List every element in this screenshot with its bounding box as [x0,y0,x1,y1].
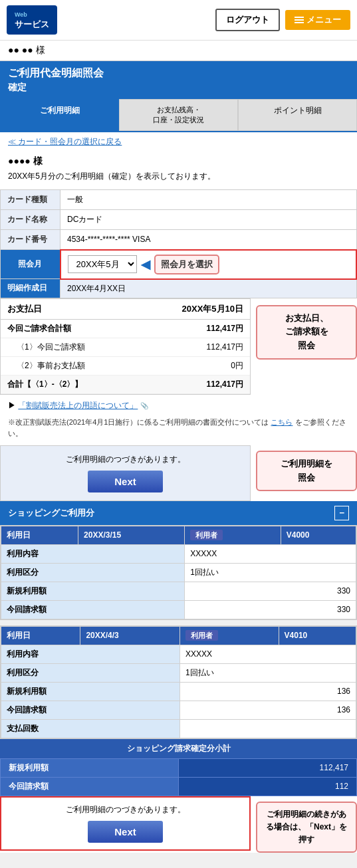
card-name-label: カード名称 [1,210,60,230]
tab-payment[interactable]: お支払残高・口座・設定状況 [119,99,238,131]
callout-month-select: 照会月を選択 [154,255,219,274]
next-button-top[interactable]: Next [88,471,163,492]
summary-bar: ショッピング請求確定分小計 [0,739,357,758]
logout-button[interactable]: ログアウト [215,9,280,31]
username-bar: ●● ●● 様 [0,41,357,61]
usage-table-0: 利用日 20XX/3/15 利用者 V4000 利用内容 XXXXX 利用区分 … [1,526,356,619]
page-title-line2: 確定 [8,82,349,94]
shopping-title: ショッピングご利用分 [8,507,94,519]
next-section-bottom: ご利用明細のつづきがあります。 Next [0,796,251,851]
next-section-wrapper-top: ご利用明細のつづきがあります。 Next ご利用明細を照会 [0,445,357,501]
summary-row-1: 今回請求額 112 [1,777,357,796]
summary-value-0: 112,417 [179,758,357,777]
next-section-top: ご利用明細のつづきがあります。 Next [0,445,251,501]
tab-meisai[interactable]: ご利用明細 [0,99,119,131]
table-row: 利用内容 XXXXX [1,645,356,663]
table-row: 今回請求額 330 [1,600,356,619]
card-type-value: 一般 [60,190,357,210]
usage-new-label-1: 新規利用額 [1,682,180,701]
user-badge-0: 利用者 [190,530,223,540]
usage-content-label-0: 利用内容 [1,544,185,563]
usage-block-1: 利用日 20XX/4/3 利用者 V4010 利用内容 XXXXX 利用区分 1… [0,625,357,739]
notice-section: ※改正割賦販売法(2021年4月1日施行）に係るご利用明細の書面交付については … [0,414,357,445]
callout-next-box: ご利用明細の続きがある場合は、「Next」を押す [256,802,357,853]
table-row: 新規利用額 330 [1,582,356,600]
usage-date-row-1: 利用日 20XX/4/3 利用者 V4010 [1,626,356,645]
creation-date-value: 20XX年4月XX日 [60,279,357,298]
divider [0,620,357,625]
info-section: ●●●● 様 20XX年5月分のご利用明細（確定）を表示しております。 [0,152,357,189]
card-number-label: カード番号 [1,230,60,250]
summary-value-1: 112 [179,777,357,796]
tab-points[interactable]: ポイント明細 [238,99,357,131]
next-top-label: ご利用明細のつづきがあります。 [9,454,242,465]
table-row: カード種類 一般 [1,190,357,210]
inquiry-month-row: 照会月 20XX年5月 ◀ 照会月を選択 [1,250,357,279]
usage-date-row-0: 利用日 20XX/3/15 利用者 V4000 [1,526,356,544]
menu-button[interactable]: メニュー [285,10,350,30]
payment-section-wrapper: お支払日 20XX年5月10日 今回ご請求合計額 112,417円 〈1〉今回ご… [0,298,357,395]
callout-meisai-wrapper: ご利用明細を照会 [251,445,357,492]
shopping-header: ショッピングご利用分 － [0,501,357,525]
usage-new-label-0: 新規利用額 [1,582,185,600]
back-link[interactable]: カード・照会月の選択に戻る [0,132,357,152]
card-info-table: カード種類 一般 カード名称 DCカード カード番号 4534-****-***… [0,189,357,298]
header: Web サービス ログアウト メニュー [0,0,357,41]
next-button-bottom[interactable]: Next [88,821,163,843]
next-bottom-label: ご利用明細のつづきがあります。 [8,804,243,815]
callout-meisai-text: ご利用明細を照会 [281,459,332,483]
payment-item-0-value: 112,417円 [207,342,243,353]
callout-next-text: ご利用明細の続きがある場合は、「Next」を押す [266,810,347,844]
logo-area: Web サービス [7,5,210,35]
payment-sum-value: 112,417円 [207,379,243,390]
terms-icon: 📎 [140,402,148,409]
table-row: 新規利用額 136 [1,682,356,701]
info-username: ●●●● 様 [8,156,349,167]
creation-date-row: 明細作成日 20XX年4月XX日 [1,279,357,298]
usage-charge-label-0: 今回請求額 [1,600,185,619]
pay-date-value: 20XX年5月10日 [182,303,244,315]
usage-installment-value-1 [179,719,356,738]
usage-table-1: 利用日 20XX/4/3 利用者 V4010 利用内容 XXXXX 利用区分 1… [1,626,356,738]
card-number-value: 4534-****-****-**** VISA [60,230,357,250]
payment-section: お支払日 20XX年5月10日 今回ご請求合計額 112,417円 〈1〉今回ご… [0,298,251,395]
user-value-0: V4000 [281,526,356,544]
card-name-value: DCカード [60,210,357,230]
callout-meisai-box: ご利用明細を照会 [256,451,357,492]
notice-text: ※改正割賦販売法(2021年4月1日施行）に係るご利用明細の書面交付については [8,418,269,426]
usage-date-label-1: 利用日 [1,626,80,645]
table-row: 利用内容 XXXXX [1,544,356,563]
usage-charge-label-1: 今回請求額 [1,701,180,719]
table-row: カード番号 4534-****-****-**** VISA [1,230,357,250]
payment-header: お支払日 20XX年5月10日 [1,299,250,320]
payment-sum-row: 合計【〈1〉-〈2〉】 112,417円 [1,376,250,394]
usage-date-value-0: 20XX/3/15 [78,526,185,544]
month-select[interactable]: 20XX年5月 [68,255,137,273]
card-type-label: カード種類 [1,190,60,210]
payment-item-0: 〈1〉今回ご請求額 112,417円 [1,338,250,357]
table-row: カード名称 DCカード [1,210,357,230]
usage-type-label-0: 利用区分 [1,563,185,582]
callout-next-wrapper: ご利用明細の続きがある場合は、「Next」を押す [251,796,357,853]
summary-table: 新規利用額 112,417 今回請求額 112 [0,758,357,796]
inquiry-month-label: 照会月 [1,250,60,279]
payment-total-label: 今回ご請求合計額 [7,323,71,334]
page-title-bar: ご利用代金明細照会 確定 [0,61,357,99]
usage-installment-label-1: 支払回数 [1,719,180,738]
collapse-button[interactable]: － [334,506,349,520]
usage-date-label-0: 利用日 [1,526,78,544]
page-title-line1: ご利用代金明細照会 [8,66,349,80]
notice-link[interactable]: こちら [271,418,293,426]
payment-total-row: 今回ご請求合計額 112,417円 [1,320,250,338]
usage-content-value-1: XXXXX [179,645,356,663]
callout-arrow-month: ◀ [141,257,150,272]
payment-item-1-label: 〈2〉事前お支払額 [17,360,85,372]
back-link-text[interactable]: カード・照会月の選択に戻る [18,137,122,146]
user-badge-1: 利用者 [185,630,218,641]
terms-link[interactable]: 「割賦販売法上の用語について」 [18,401,138,410]
username-text: ●● ●● 様 [8,45,45,55]
next-section-wrapper-bottom: ご利用明細のつづきがあります。 Next ご利用明細の続きがある場合は、「Nex… [0,796,357,853]
table-row: 今回請求額 136 [1,701,356,719]
usage-new-value-0: 330 [185,582,356,600]
summary-label-0: 新規利用額 [1,758,179,777]
